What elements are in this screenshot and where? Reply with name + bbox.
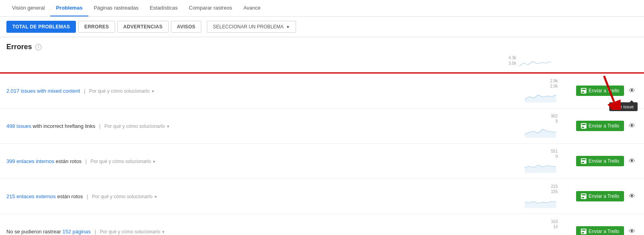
mini-chart-5 (522, 230, 558, 235)
svg-marker-2 (525, 95, 557, 102)
trello-bar-2 (582, 232, 584, 233)
issue-text-cell-5: No se pudieron rastrear 152 páginas | Po… (0, 214, 515, 235)
action-inner-1: Enviar a Trello 👁 Hide issue (570, 86, 638, 96)
trello-bar-2 (582, 127, 584, 128)
chevron-icon: ▾ (152, 89, 154, 94)
action-cell-5: Enviar a Trello 👁 (564, 214, 644, 235)
issue-link-5[interactable]: 152 páginas (62, 229, 91, 235)
issue-separator: | (82, 88, 87, 94)
issue-separator: | (85, 193, 90, 199)
issue-separator: | (98, 123, 102, 129)
issue-body-text: están rotos (54, 158, 81, 164)
trello-bar-1 (582, 229, 586, 231)
issue-row-1: 2.017 issues with mixed content | Por qu… (0, 73, 644, 108)
eye-icon: 👁 (629, 87, 635, 94)
eye-btn-2[interactable]: 👁 (626, 121, 638, 131)
trello-btn-3[interactable]: Enviar a Trello (576, 156, 624, 166)
chart-nums-2: 902 9 (551, 114, 558, 124)
why-link-3[interactable]: Por qué y cómo solucionarlo ▾ (91, 159, 156, 164)
nav-item-problemas[interactable]: Problemas (50, 0, 88, 16)
mini-chart-3 (522, 160, 558, 174)
issues-table: 2.017 issues with mixed content | Por qu… (0, 72, 644, 235)
nav-item-comparar-rastreos[interactable]: Comparar rastreos (183, 0, 238, 16)
action-inner-4: Enviar a Trello 👁 (570, 191, 638, 201)
issue-link-2[interactable]: 498 issues (6, 123, 31, 129)
why-link-1[interactable]: Por qué y cómo solucionarlo ▾ (89, 88, 154, 94)
eye-btn-3[interactable]: 👁 (626, 156, 638, 166)
trello-btn-1[interactable]: Enviar a Trello (576, 86, 624, 96)
header-chart-area: 4.3k 3.0k (0, 55, 644, 72)
chart-wrap-3: 551 9 (522, 149, 558, 174)
eye-btn-1[interactable]: 👁 Hide issue (626, 86, 638, 96)
trello-btn-5[interactable]: Enviar a Trello (576, 226, 624, 235)
chart-nums-5: 163 14 (551, 219, 558, 229)
header-mini-chart (516, 55, 552, 71)
why-link-2[interactable]: Por qué y cómo solucionarlo ▾ (104, 123, 169, 129)
action-inner-3: Enviar a Trello 👁 (570, 156, 638, 166)
issue-separator: | (93, 229, 97, 235)
issue-link-4[interactable]: 215 enlaces externos (6, 193, 56, 199)
nav-item-avance[interactable]: Avance (238, 0, 266, 16)
trello-btn-4[interactable]: Enviar a Trello (576, 191, 624, 201)
problem-select-btn[interactable]: SELECCIONAR UN PROBLEMA▼ (207, 21, 296, 33)
chart-wrap-2: 902 9 (522, 114, 558, 139)
nav-item-estadisticas[interactable]: Estadísticas (144, 0, 183, 16)
trello-bar-1 (582, 194, 586, 195)
eye-btn-4[interactable]: 👁 (626, 191, 638, 201)
nav-item-vision-general[interactable]: Visión general (6, 0, 50, 16)
issue-separator: | (84, 158, 88, 164)
filter-btn-errores_label[interactable]: ERRORES (78, 21, 115, 33)
mini-chart-2 (522, 125, 558, 139)
chevron-icon: ▾ (155, 194, 157, 199)
trello-icon (581, 123, 586, 129)
trello-icon (581, 88, 586, 94)
action-cell-2: Enviar a Trello 👁 (564, 108, 644, 143)
action-cell-1: Enviar a Trello 👁 Hide issue (564, 73, 644, 108)
trello-icon (581, 229, 586, 234)
chart-nums-1: 2.9k 2.0k (550, 78, 558, 89)
trello-icon (581, 193, 586, 199)
trello-btn-2[interactable]: Enviar a Trello (576, 121, 624, 131)
problem-select-label: SELECCIONAR UN PROBLEMA (213, 24, 284, 30)
chart-wrap-5: 163 14 (522, 219, 558, 235)
issue-row-4: 215 enlaces externos están rotos | Por q… (0, 179, 644, 214)
trello-btn-label: Enviar a Trello (588, 158, 619, 164)
filter-btn-advertencias_label[interactable]: ADVERTENCIAS (117, 21, 169, 33)
filter-btn-total_label[interactable]: TOTAL DE PROBLEMAS (6, 21, 76, 33)
issue-link-1[interactable]: 2.017 issues with mixed content (6, 88, 80, 94)
trello-bar-1 (582, 124, 586, 125)
chart-cell-4: 215 155 (515, 179, 564, 214)
action-inner-5: Enviar a Trello 👁 (570, 226, 638, 235)
trello-btn-label: Enviar a Trello (588, 88, 619, 94)
trello-bar-2 (582, 197, 584, 198)
filter-btn-avisos_label[interactable]: AVISOS (171, 21, 201, 33)
issue-link-3[interactable]: 399 enlaces internos (6, 158, 54, 164)
chart-wrap-4: 215 155 (522, 184, 558, 209)
issue-row-3: 399 enlaces internos están rotos | Por q… (0, 143, 644, 179)
issue-row-5: No se pudieron rastrear 152 páginas | Po… (0, 214, 644, 235)
info-icon[interactable]: i (35, 44, 42, 50)
eye-icon: 👁 (629, 157, 635, 165)
chevron-icon: ▾ (162, 229, 165, 234)
trello-bar-2 (582, 162, 584, 163)
trello-btn-label: Enviar a Trello (588, 193, 619, 199)
chart-cell-5: 163 14 (515, 214, 564, 235)
trello-btn-label: Enviar a Trello (588, 123, 619, 129)
chart-cell-2: 902 9 (515, 108, 564, 143)
why-link-5[interactable]: Por qué y cómo solucionarlo ▾ (100, 229, 165, 235)
mini-chart-4 (522, 195, 558, 209)
chevron-icon: ▾ (153, 159, 155, 164)
top-navigation: Visión generalProblemasPáginas rastreada… (0, 0, 644, 17)
why-link-4[interactable]: Por qué y cómo solucionarlo ▾ (92, 194, 157, 199)
filter-toolbar: TOTAL DE PROBLEMASERRORESADVERTENCIASAVI… (0, 17, 644, 37)
chart-cell-1: 2.9k 2.0k (515, 73, 564, 108)
chart-nums-4: 215 155 (551, 184, 558, 194)
trello-icon (581, 158, 586, 164)
nav-item-paginas-rastreadas[interactable]: Páginas rastreadas (88, 0, 144, 16)
header-chart-labels: 4.3k 3.0k (509, 55, 516, 71)
issue-text-cell-3: 399 enlaces internos están rotos | Por q… (0, 143, 515, 179)
eye-btn-5[interactable]: 👁 (626, 226, 638, 235)
eye-icon: 👁 (629, 193, 635, 200)
action-cell-3: Enviar a Trello 👁 (564, 143, 644, 179)
trello-bar-1 (582, 89, 586, 90)
